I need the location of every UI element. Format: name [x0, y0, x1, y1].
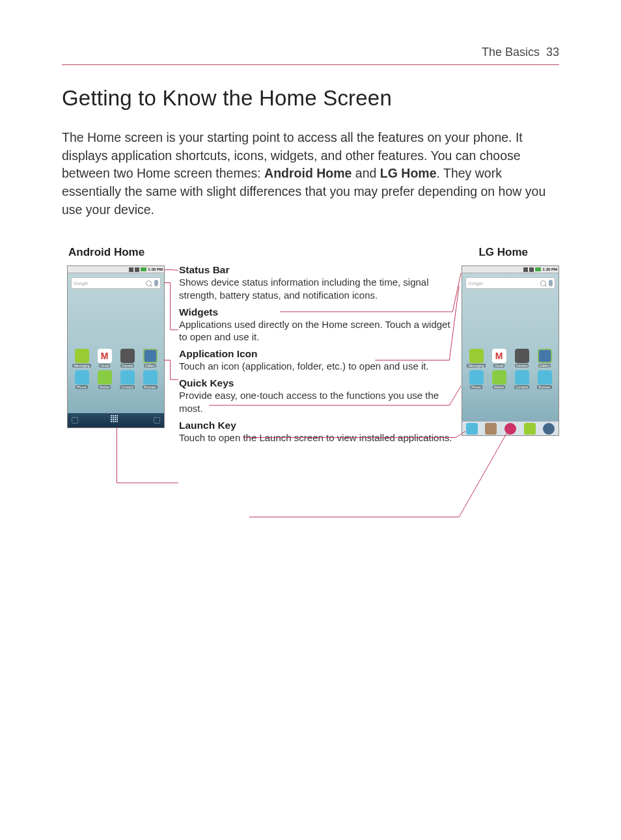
status-bar: 1:30 PM [68, 266, 164, 273]
callout-title: Status Bar [179, 264, 459, 276]
callout-desc: Shows device status information includin… [179, 276, 459, 301]
running-header: The Basics 33 [62, 46, 559, 65]
quick-browser-icon [543, 423, 555, 435]
dock-bar [68, 413, 164, 427]
page-number: 33 [546, 46, 559, 59]
clock-text: 1:30 PM [148, 267, 163, 271]
callout-desc: Touch an icon (application, folder, etc.… [179, 360, 459, 372]
app-contacts: Contacts [118, 370, 137, 389]
app-row: Phone Market Contacts Browser [462, 370, 559, 389]
mic-icon [549, 280, 553, 286]
battery-icon [535, 267, 541, 271]
label-android-home: Android Home [68, 246, 145, 259]
quick-contacts-icon [485, 423, 497, 435]
app-row: Messaging MGmail Camera Gallery [68, 349, 164, 368]
app-market: Market [95, 370, 115, 389]
launch-key-icon [111, 415, 121, 426]
app-contacts: Contacts [512, 370, 532, 389]
callout-title: Application Icon [179, 348, 459, 360]
callout-launch-key: Launch Key Touch to open the Launch scre… [179, 420, 459, 444]
diagram-area: Android Home LG Home 1:30 PM Google Mess… [62, 246, 559, 558]
callout-title: Launch Key [179, 420, 459, 431]
app-camera: Camera [512, 349, 532, 368]
app-market: Market [490, 370, 509, 389]
app-browser: Browser [141, 370, 160, 389]
signal-icon [529, 267, 534, 272]
search-icon [146, 280, 152, 286]
callout-app-icon: Application Icon Touch an icon (applicat… [179, 348, 459, 372]
phone-lg: 1:30 PM Google Messaging MGmail Camera G… [462, 265, 559, 436]
callout-desc: Applications used directly on the Home s… [179, 318, 459, 343]
app-row: Phone Market Contacts Browser [68, 370, 164, 389]
search-widget: Google [465, 277, 555, 289]
callout-quick-keys: Quick Keys Provide easy, one-touch acces… [179, 377, 459, 414]
signal-icon [135, 267, 139, 272]
mic-icon [154, 280, 158, 286]
app-gmail: MGmail [490, 349, 509, 368]
app-gmail: MGmail [95, 349, 115, 368]
quick-keys-bar [462, 421, 559, 435]
dock-left-icon [72, 417, 78, 424]
status-bar: 1:30 PM [462, 266, 559, 273]
section-name: The Basics [482, 46, 540, 59]
label-lg-home: LG Home [478, 246, 528, 259]
dock-right-icon [154, 417, 160, 424]
search-widget: Google [71, 277, 161, 289]
search-icon [540, 280, 546, 286]
clock-text: 1:30 PM [542, 267, 557, 271]
callout-status-bar: Status Bar Shows device status informati… [179, 264, 459, 301]
phone-android: 1:30 PM Google Messaging MGmail Camera G… [67, 265, 165, 428]
callout-title: Quick Keys [179, 377, 459, 389]
app-phone: Phone [467, 370, 486, 389]
intro-bold-android: Android Home [264, 166, 352, 180]
app-gallery: Gallery [535, 349, 555, 368]
callout-desc: Provide easy, one-touch access to the fu… [179, 389, 459, 414]
quick-phone-icon [466, 423, 478, 435]
notif-icon [129, 267, 133, 272]
search-placeholder: Google [468, 281, 538, 286]
quick-messaging-icon [524, 423, 536, 435]
callout-widgets: Widgets Applications used directly on th… [179, 306, 459, 343]
search-placeholder: Google [74, 281, 143, 286]
callout-title: Widgets [179, 306, 459, 318]
app-row: Messaging MGmail Camera Gallery [462, 349, 559, 368]
battery-icon [141, 267, 146, 271]
intro-paragraph: The Home screen is your starting point t… [62, 129, 559, 219]
app-messaging: Messaging [72, 349, 92, 368]
app-messaging: Messaging [467, 349, 486, 368]
notif-icon [523, 267, 528, 272]
quick-launch-icon [504, 423, 516, 435]
app-phone: Phone [72, 370, 92, 389]
intro-text: and [352, 166, 380, 180]
callouts-column: Status Bar Shows device status informati… [179, 264, 459, 449]
callout-desc: Touch to open the Launch screen to view … [179, 431, 459, 444]
app-gallery: Gallery [141, 349, 160, 368]
intro-bold-lg: LG Home [380, 166, 437, 180]
app-browser: Browser [535, 370, 555, 389]
page-title: Getting to Know the Home Screen [62, 86, 559, 111]
app-camera: Camera [118, 349, 137, 368]
